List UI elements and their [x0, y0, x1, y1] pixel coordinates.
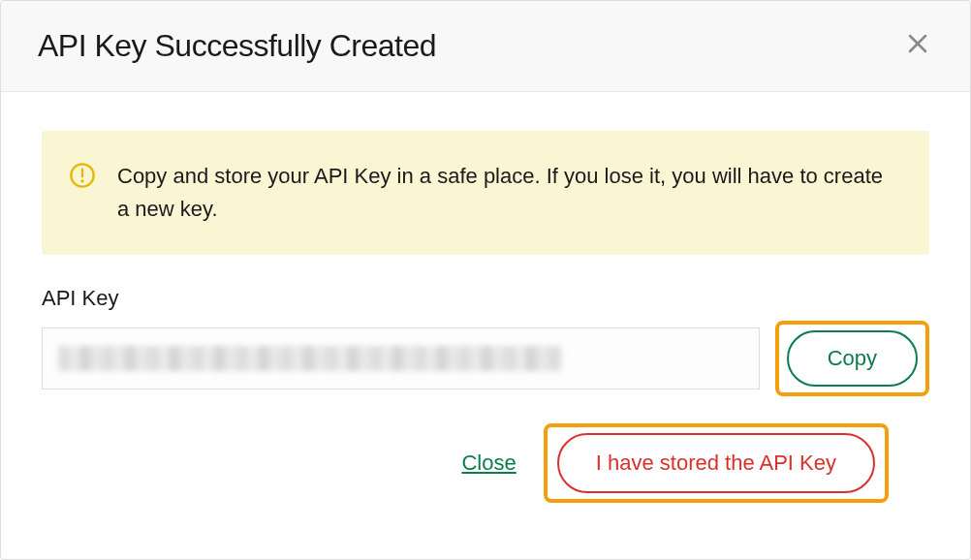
close-icon[interactable]: [902, 28, 933, 64]
warning-banner: Copy and store your API Key in a safe pl…: [42, 131, 929, 255]
api-key-created-modal: API Key Successfully Created Copy and st…: [0, 0, 971, 560]
modal-footer: Close I have stored the API Key: [42, 396, 929, 503]
api-key-redacted-value: [58, 346, 562, 371]
modal-body: Copy and store your API Key in a safe pl…: [1, 92, 970, 532]
warning-text: Copy and store your API Key in a safe pl…: [117, 160, 891, 226]
close-link[interactable]: Close: [461, 451, 516, 476]
api-key-field-section: API Key Copy: [42, 286, 929, 396]
warning-icon: [69, 160, 96, 193]
copy-button[interactable]: Copy: [787, 330, 918, 387]
modal-header: API Key Successfully Created: [1, 1, 970, 92]
api-key-label: API Key: [42, 286, 929, 311]
api-key-input[interactable]: [42, 327, 760, 389]
modal-title: API Key Successfully Created: [38, 28, 436, 64]
confirm-highlight: I have stored the API Key: [544, 423, 889, 503]
confirm-stored-button[interactable]: I have stored the API Key: [557, 433, 875, 493]
svg-point-4: [80, 179, 83, 182]
copy-highlight: Copy: [775, 321, 929, 396]
api-key-row: Copy: [42, 321, 929, 396]
